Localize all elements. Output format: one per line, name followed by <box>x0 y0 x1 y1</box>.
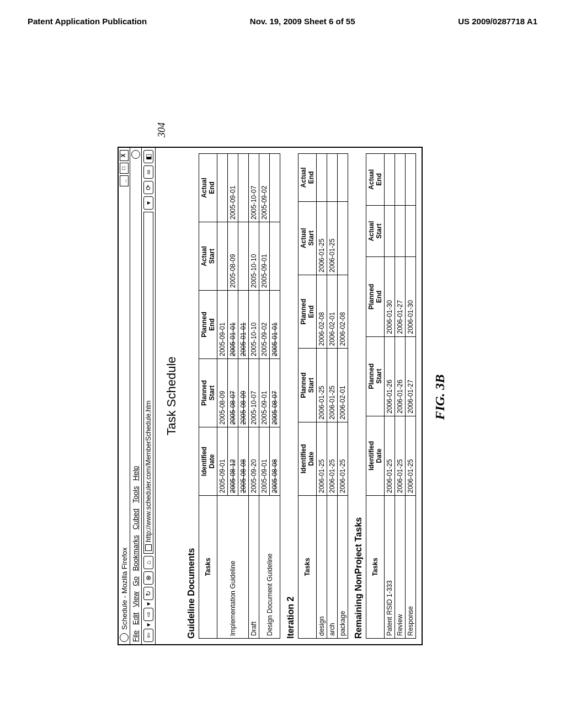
date-cell: 2005-10-10 <box>249 222 259 291</box>
date-cell: 2005-09-20 <box>249 427 259 496</box>
page-content: Task Schedule Guideline DocumentsTasksId… <box>156 148 422 644</box>
menu-go[interactable]: Go <box>131 576 140 586</box>
menu-cubed[interactable]: Cubed <box>131 508 140 529</box>
table-header: PlannedStart <box>199 359 217 427</box>
date-cell: 2006-01-27 <box>406 336 416 416</box>
date-cell: 2005-08-09 <box>238 359 249 427</box>
search-button[interactable]: ∞ <box>143 165 153 179</box>
table-header: Tasks <box>299 496 317 639</box>
table-header: Tasks <box>199 496 217 639</box>
date-cell: 2005-10-07 <box>249 154 259 222</box>
date-cell <box>217 154 228 222</box>
date-cell: 2006-02-01 <box>338 349 348 422</box>
minimize-button[interactable]: _ <box>120 175 129 186</box>
maximize-button[interactable]: □ <box>120 163 129 174</box>
date-cell: 2006-02-01 <box>327 275 338 348</box>
forward-button[interactable]: ⇨ <box>143 608 153 621</box>
date-cell: 2006-01-25 <box>395 416 406 495</box>
back-dropdown[interactable]: ▾ <box>145 623 152 627</box>
header-center: Nov. 19, 2009 Sheet 6 of 55 <box>250 17 355 26</box>
date-cell <box>338 154 348 202</box>
task-cell: arch <box>327 496 338 639</box>
menu-tools[interactable]: Tools <box>131 486 140 503</box>
go-button[interactable]: ⟳ <box>143 181 153 194</box>
throbber-icon <box>131 150 140 159</box>
date-cell <box>395 205 406 257</box>
forward-dropdown[interactable]: ▾ <box>145 602 152 606</box>
menubar: File Edit View Go Bookmarks Cubed Tools … <box>130 148 142 644</box>
date-cell: 2005-01-01 <box>228 291 238 359</box>
date-cell: 2005-09-01 <box>259 427 270 496</box>
table-header: PlannedEnd <box>366 257 385 336</box>
date-cell <box>385 205 395 257</box>
task-cell: design <box>317 496 327 639</box>
task-cell: package <box>338 496 348 639</box>
url-bar[interactable]: http://www.scheduler.com/MemberSchedule.… <box>143 212 153 554</box>
date-cell <box>385 154 395 206</box>
schedule-table: TasksIdentifiedDatePlannedStartPlannedEn… <box>199 153 280 639</box>
task-cell: Response <box>406 496 416 639</box>
date-cell: 2006-01-25 <box>317 422 327 495</box>
task-cell: Implementation Guideline <box>217 496 249 639</box>
section-title: Remaining NonProject Tasks <box>354 153 364 639</box>
table-row: Draft2005-09-202005-10-072005-10-102005-… <box>249 154 259 639</box>
callout-304: 304 <box>156 122 168 137</box>
date-cell: 2005-09-01 <box>259 359 270 427</box>
home-button[interactable]: ⌂ <box>143 556 153 569</box>
date-cell: 2006-01-25 <box>385 416 395 495</box>
date-cell: 2005-08-12 <box>228 427 238 496</box>
table-row: design2006-01-252006-01-252006-02-082006… <box>317 154 327 639</box>
menu-edit[interactable]: Edit <box>131 613 140 625</box>
extra-button[interactable]: ◧ <box>143 150 153 163</box>
date-cell <box>338 201 348 275</box>
table-header: ActualStart <box>299 201 317 275</box>
date-cell: 2006-01-26 <box>385 336 395 416</box>
date-cell: 2006-01-27 <box>395 257 406 336</box>
task-cell: Draft <box>249 496 259 639</box>
close-button[interactable]: X <box>120 150 129 161</box>
date-cell: 2006-01-26 <box>395 336 406 416</box>
table-header: ActualEnd <box>299 154 317 202</box>
date-cell: 2005-10-10 <box>249 291 259 359</box>
table-row: Implementation Guideline2005-09-012005-0… <box>217 154 228 639</box>
back-button[interactable]: ⇦ <box>143 629 153 642</box>
menu-view[interactable]: View <box>131 592 140 607</box>
browser-window: Schedule - Mozilla Firefox _ □ X File Ed… <box>118 147 423 645</box>
table-row: Patent RSID 1-3332006-01-252006-01-26200… <box>385 154 395 639</box>
date-cell: 2006-01-25 <box>327 349 338 422</box>
go-dropdown-button[interactable]: ▾ <box>143 196 153 210</box>
date-cell <box>270 222 280 291</box>
table-row: arch2006-01-252006-01-252006-02-012006-0… <box>327 154 338 639</box>
date-cell: 2005-08-08 <box>270 427 280 496</box>
date-cell: 2006-01-30 <box>406 257 416 336</box>
date-cell: 2005-09-01 <box>217 291 228 359</box>
menu-bookmarks[interactable]: Bookmarks <box>131 535 140 571</box>
table-header: IdentifiedDate <box>199 427 217 496</box>
table-header: ActualEnd <box>366 154 385 206</box>
task-cell: Patent RSID 1-333 <box>385 496 395 639</box>
date-cell: 2005-08-08 <box>238 427 249 496</box>
date-cell: 2005-08-09 <box>228 222 238 291</box>
table-header: IdentifiedDate <box>366 416 385 495</box>
date-cell <box>270 154 280 222</box>
date-cell: 2006-01-25 <box>317 349 327 422</box>
date-cell: 2005-09-02 <box>259 154 270 222</box>
stop-button[interactable]: ⊗ <box>143 571 153 585</box>
table-header: Tasks <box>366 496 385 639</box>
date-cell <box>217 222 228 291</box>
toolbar: ⇦ ▾ ⇨ ▾ ↻ ⊗ ⌂ http://www.scheduler.com/M… <box>142 148 156 644</box>
date-cell: 2005-09-01 <box>217 427 228 496</box>
menu-help[interactable]: Help <box>131 466 140 481</box>
date-cell: 2005-09-01 <box>259 222 270 291</box>
date-cell: 2006-01-30 <box>385 257 395 336</box>
table-row: Response2006-01-252006-01-272006-01-30 <box>406 154 416 639</box>
date-cell: 2006-01-25 <box>406 416 416 495</box>
titlebar: Schedule - Mozilla Firefox _ □ X <box>119 148 130 644</box>
menu-file[interactable]: File <box>131 630 140 642</box>
date-cell <box>317 154 327 202</box>
figure-label: FIG. 3B <box>433 149 447 645</box>
date-cell: 2006-02-08 <box>317 275 327 348</box>
table-row: Review2006-01-252006-01-262006-01-27 <box>395 154 406 639</box>
reload-button[interactable]: ↻ <box>143 587 153 600</box>
date-cell: 2005-08-07 <box>228 359 238 427</box>
